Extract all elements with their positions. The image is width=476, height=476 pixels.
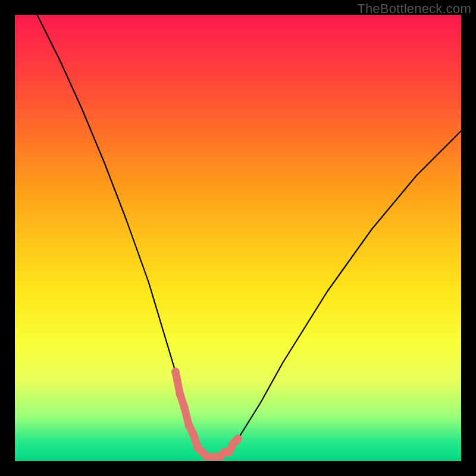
svg-point-1: [176, 390, 184, 399]
chart-frame: TheBottleneck.com: [0, 0, 476, 476]
svg-point-12: [225, 448, 233, 456]
svg-point-2: [180, 403, 189, 412]
safe-zone-highlight: [171, 368, 242, 461]
svg-point-4: [189, 430, 198, 439]
svg-point-3: [185, 421, 193, 430]
chart-svg: [15, 15, 461, 461]
bottleneck-curve: [37, 15, 462, 457]
watermark-text: TheBottleneck.com: [357, 1, 471, 17]
plot-area: [15, 15, 461, 461]
svg-point-0: [171, 368, 180, 376]
svg-point-14: [234, 435, 242, 443]
